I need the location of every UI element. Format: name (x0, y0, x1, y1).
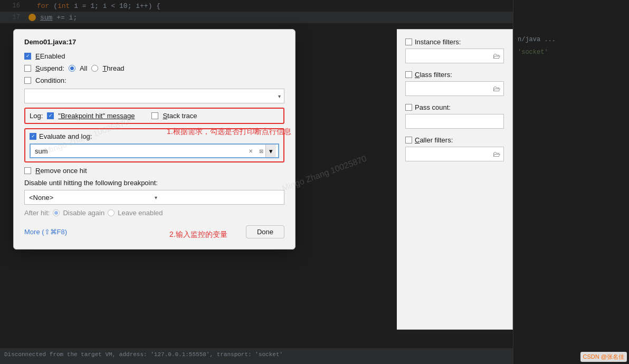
log-breakpoint-checkbox[interactable] (47, 112, 54, 119)
pass-count-group: Pass count: (405, 103, 504, 129)
annotation-2: 2.输入监控的变量 (169, 230, 227, 240)
annotation-1: 1.根据需求，勾选是否打印断点行信息 (167, 127, 291, 137)
instance-checkbox[interactable] (405, 39, 412, 45)
suspend-row: Suspend: All Thread (24, 64, 284, 72)
caller-checkbox[interactable] (405, 137, 412, 143)
caller-filter-label: Caller filters: (415, 136, 453, 144)
pass-count-input[interactable] (405, 114, 504, 129)
csdn-badge: CSDN @张名佳 (580, 352, 627, 362)
filters-panel: Instance filters: 🗁 Class filters: 🗁 Pas… (397, 29, 513, 330)
eval-icons: ✕ ⊠ (246, 147, 265, 155)
remove-once-checkbox[interactable] (24, 167, 31, 174)
instance-filter-label-row: Instance filters: (405, 38, 504, 46)
evaluate-dropdown-btn[interactable]: ▾ (265, 145, 276, 157)
stack-trace-label: Stack trace (163, 112, 197, 120)
stack-trace-checkbox[interactable] (151, 112, 158, 119)
pass-count-checkbox[interactable] (405, 104, 412, 111)
suspend-checkbox[interactable] (24, 65, 31, 72)
disable-again-label: Disable again (63, 209, 104, 217)
enabled-label: EEnabled (35, 52, 65, 60)
enabled-row: EEnabled (24, 52, 284, 60)
caller-folder-icon[interactable]: 🗁 (493, 150, 500, 158)
condition-row: Condition: (24, 76, 284, 84)
caller-filter-label-row: Caller filters: (405, 136, 504, 144)
evaluate-checkbox[interactable] (30, 133, 36, 140)
log-label: Log: (30, 112, 43, 120)
more-link[interactable]: More (⇧⌘F8) (24, 228, 67, 236)
all-radio[interactable] (69, 65, 75, 72)
enabled-checkbox[interactable] (24, 53, 31, 60)
thread-radio[interactable] (91, 65, 98, 72)
evaluate-input-text: sum (33, 147, 246, 155)
disable-until-label: Disable until hitting the following brea… (24, 179, 284, 187)
leave-enabled-radio[interactable] (108, 209, 115, 216)
instance-filter-label: Instance filters: (415, 38, 461, 46)
pass-count-label-row: Pass count: (405, 103, 504, 111)
thread-radio-label: Thread (102, 64, 124, 72)
after-hit-row: After hit: Disable again Leave enabled (24, 209, 284, 217)
class-checkbox[interactable] (405, 71, 412, 78)
condition-input[interactable]: ▾ (24, 89, 284, 103)
eval-expand-icon[interactable]: ⊠ (257, 147, 265, 155)
eval-dropdown-arrow: ▾ (269, 147, 273, 155)
condition-dropdown-arrow: ▾ (278, 93, 281, 99)
disable-until-arrow: ▾ (155, 195, 280, 200)
all-radio-label: All (80, 64, 87, 72)
remove-once-label: Remove once hit (35, 167, 87, 175)
dialog-title: Demo01.java:17 (24, 38, 284, 46)
after-hit-label: After hit: (24, 209, 50, 217)
evaluate-input-wrapper[interactable]: sum ✕ ⊠ ▾ (30, 143, 279, 158)
class-filter-group: Class filters: 🗁 (405, 71, 504, 96)
class-folder-icon[interactable]: 🗁 (493, 84, 500, 93)
evaluate-label: Evaluate and log: (39, 132, 92, 140)
caller-filter-group: Caller filters: 🗁 (405, 136, 504, 161)
instance-filter-input[interactable]: 🗁 (405, 49, 504, 63)
disable-again-radio[interactable] (53, 209, 60, 216)
class-filter-label-row: Class filters: (405, 71, 504, 79)
instance-folder-icon[interactable]: 🗁 (493, 52, 500, 60)
condition-checkbox[interactable] (24, 77, 31, 84)
remove-once-row: Remove once hit (24, 167, 284, 175)
class-filter-label: Class filters: (415, 71, 452, 79)
log-breakpoint-label: "Breakpoint hit" message (58, 112, 135, 120)
breakpoint-dialog: Demo01.java:17 EEnabled Suspend: All Thr… (13, 29, 296, 250)
pass-count-label: Pass count: (415, 103, 451, 111)
condition-label: Condition: (35, 76, 66, 84)
class-filter-input[interactable]: 🗁 (405, 81, 504, 96)
caller-filter-input[interactable]: 🗁 (405, 147, 504, 161)
disable-until-section: Disable until hitting the following brea… (24, 179, 284, 205)
eval-clear-icon[interactable]: ✕ (246, 147, 255, 155)
disable-until-dropdown[interactable]: <None> ▾ (24, 190, 284, 205)
instance-filter-group: Instance filters: 🗁 (405, 38, 504, 63)
leave-enabled-label: Leave enabled (118, 209, 163, 217)
disable-until-value: <None> (29, 194, 155, 202)
dialog-footer: More (⇧⌘F8) Done (24, 225, 284, 238)
done-button[interactable]: Done (246, 225, 284, 238)
log-section: Log: "Breakpoint hit" message Stack trac… (24, 108, 284, 124)
suspend-label: Suspend: (35, 64, 64, 72)
log-row: Log: "Breakpoint hit" message Stack trac… (30, 112, 279, 120)
